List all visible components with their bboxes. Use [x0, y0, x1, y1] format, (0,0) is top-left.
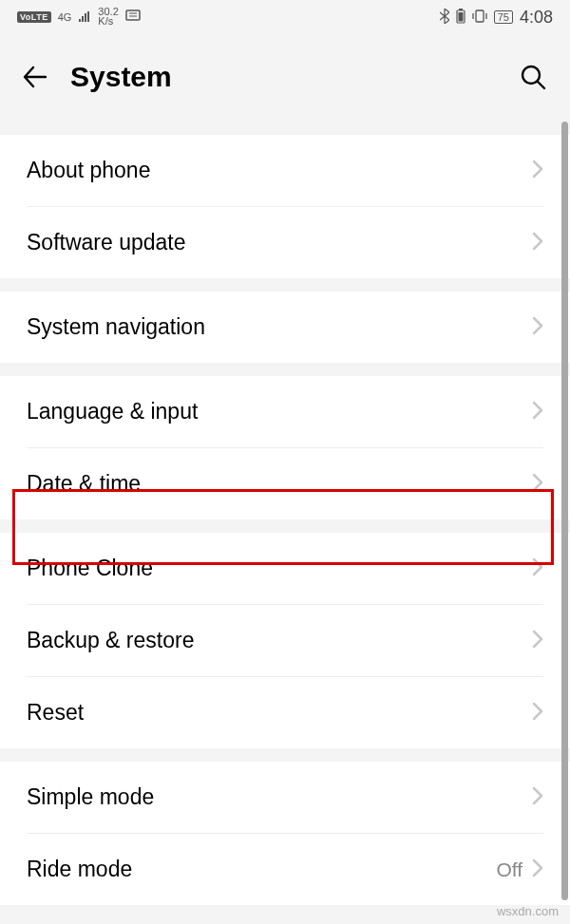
chevron-right-icon [532, 858, 543, 881]
row-label: Date & time [27, 471, 532, 497]
row-phone-clone[interactable]: Phone Clone [0, 533, 570, 604]
page-title: System [70, 61, 496, 93]
chevron-right-icon [532, 316, 543, 339]
battery-small-icon [456, 9, 466, 27]
search-button[interactable] [517, 61, 549, 93]
search-icon [519, 63, 547, 91]
chevron-right-icon [532, 160, 543, 182]
row-label: About phone [27, 158, 532, 183]
row-software-update[interactable]: Software update [0, 207, 570, 278]
status-left: VoLTE 4G 30.2 K/s [17, 8, 141, 27]
row-reset[interactable]: Reset [0, 677, 570, 748]
chevron-right-icon [532, 557, 543, 580]
row-backup-restore[interactable]: Backup & restore [0, 605, 570, 676]
row-value: Off [496, 858, 522, 881]
signal-icon [78, 9, 91, 26]
chevron-right-icon [532, 786, 543, 809]
volte-badge: VoLTE [17, 11, 51, 23]
chevron-right-icon [532, 401, 543, 424]
svg-rect-2 [459, 9, 463, 10]
row-about-phone[interactable]: About phone [0, 135, 570, 206]
row-date-time[interactable]: Date & time [0, 448, 570, 519]
row-language-input[interactable]: Language & input [0, 376, 570, 447]
chevron-right-icon [532, 702, 543, 725]
message-icon [125, 9, 141, 26]
row-label: Software update [27, 230, 532, 255]
app-header: System [0, 34, 570, 120]
vibrate-icon [472, 9, 487, 27]
status-bar: VoLTE 4G 30.2 K/s 75 4:08 [0, 0, 570, 34]
row-label: Ride mode [27, 857, 496, 882]
battery-pct: 75 [494, 10, 513, 24]
row-label: Simple mode [27, 784, 532, 810]
settings-list: About phone Software update System navig… [0, 122, 570, 924]
row-label: System navigation [27, 314, 532, 340]
row-label: Phone Clone [27, 556, 532, 581]
svg-rect-4 [476, 10, 484, 22]
chevron-right-icon [532, 630, 543, 652]
chevron-right-icon [532, 473, 543, 496]
data-speed: 30.2 K/s [98, 8, 118, 27]
row-label: Backup & restore [27, 628, 532, 653]
row-ride-mode[interactable]: Ride mode Off [0, 834, 570, 905]
bluetooth-icon [440, 9, 449, 27]
back-button[interactable] [21, 63, 49, 91]
network-gen: 4G [58, 11, 72, 23]
row-label: Reset [27, 700, 532, 726]
row-system-navigation[interactable]: System navigation [0, 292, 570, 363]
svg-rect-3 [458, 12, 463, 22]
back-arrow-icon [22, 64, 48, 90]
svg-rect-0 [126, 10, 140, 20]
scrollbar[interactable] [561, 122, 568, 900]
status-right: 75 4:08 [440, 8, 553, 28]
chevron-right-icon [532, 232, 543, 255]
watermark: wsxdn.com [497, 904, 559, 918]
clock: 4:08 [520, 8, 553, 28]
row-label: Language & input [27, 399, 532, 424]
row-simple-mode[interactable]: Simple mode [0, 762, 570, 833]
